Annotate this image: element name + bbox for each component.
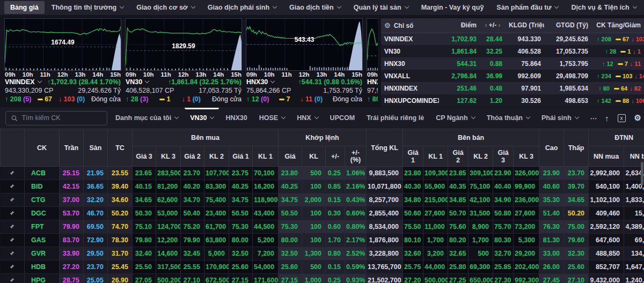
pin-icon[interactable]: [1, 180, 25, 193]
stock-search[interactable]: [5, 111, 107, 125]
pin-icon[interactable]: [1, 167, 25, 180]
column-header-bid-vol3[interactable]: KL 3: [156, 146, 181, 167]
ticker-cell[interactable]: GAS: [25, 234, 60, 247]
price-row-BID[interactable]: BID42.1536.6539.4040.1581,20040.2083,300…: [1, 180, 644, 193]
index-chart[interactable]: [367, 18, 378, 71]
board-tab-1[interactable]: VN30: [190, 114, 214, 122]
price-row-HPG[interactable]: HPG28.7525.0526.9027.05500,20027.10672,5…: [1, 274, 644, 283]
column-header-ask-price3[interactable]: Giá 3: [493, 146, 514, 167]
next-column-icon[interactable]: ›: [499, 21, 501, 29]
index-row-vn30[interactable]: VN301,861.8432.25406.52817,053.735↑ 281↓…: [381, 45, 644, 57]
price-row-ACB[interactable]: ACB25.1521.9523.5523.65283,50023.70107,7…: [1, 167, 644, 180]
ticker-cell[interactable]: HDB: [25, 260, 60, 274]
index-name[interactable]: HNX30: [246, 78, 274, 86]
nav-item-2[interactable]: Giao dịch cơ sở: [130, 1, 201, 14]
upload-icon[interactable]: ↑: [605, 114, 609, 123]
index-chart[interactable]: 543.43: [246, 18, 363, 71]
column-header-ask-price1[interactable]: Giá 1: [403, 146, 423, 167]
board-tab-5[interactable]: UPCOM: [330, 114, 355, 122]
index-name[interactable]: VNINDEX: [5, 78, 41, 86]
ticker-cell[interactable]: ACB: [25, 167, 60, 180]
index-info-line3: ↑ 12 (0)7↓ 11 (0)Đóng cửa: [246, 95, 363, 103]
index-row-vnxall[interactable]: VNXALL2,796.8436.99992.60929,498.709↑ 23…: [381, 70, 644, 82]
column-header-ask-vol2[interactable]: KL 2: [469, 146, 493, 167]
index-chart[interactable]: 1829.59: [125, 18, 242, 71]
ticker-cell[interactable]: BID: [25, 180, 60, 193]
board-tab-8[interactable]: Thỏa thuận: [487, 114, 530, 122]
ticker-cell[interactable]: DGC: [25, 207, 60, 220]
price-row-GVR[interactable]: GVR33.9029.5031.7032.4014,60032.455,0003…: [1, 247, 644, 260]
index-name[interactable]: HNXINDEX: [367, 78, 378, 86]
pin-icon[interactable]: [1, 234, 25, 247]
nav-item-7[interactable]: Sản phẩm đầu tư: [491, 1, 564, 14]
price-row-FPT[interactable]: FPT79.9069.5074.7075.10124,70075.2061,70…: [1, 220, 644, 234]
column-header-bid-price1[interactable]: Giá 1: [229, 146, 253, 167]
ticker-cell[interactable]: CTG: [25, 193, 60, 207]
board-tab-9[interactable]: Phái sinh: [541, 114, 579, 122]
ticker-cell[interactable]: HPG: [25, 274, 60, 283]
settings-icon[interactable]: ⚙: [384, 21, 391, 29]
pin-icon[interactable]: [1, 193, 25, 207]
time-tick: 13h: [317, 71, 327, 78]
index-row-vnindex[interactable]: VNINDEX1,702.9328.44943.33029,245.626↑ 2…: [381, 33, 644, 45]
nav-item-6[interactable]: Margin - Vay ký quỹ: [415, 1, 490, 14]
pin-icon[interactable]: [1, 274, 25, 283]
column-header-foreign-buy[interactable]: NN mua: [589, 146, 624, 167]
price-row-HDB[interactable]: HDB27.2023.7025.4525.50317,50025.55170,9…: [1, 260, 644, 274]
column-header-bid-price3[interactable]: Giá 3: [133, 146, 156, 167]
nav-item-1[interactable]: Thông tin thị trường: [46, 1, 129, 14]
index-row-name: VNINDEX: [381, 33, 439, 45]
column-header-tc[interactable]: TC: [108, 129, 133, 167]
column-header-bid-vol2[interactable]: KL 2: [204, 146, 229, 167]
index-row-hnxupcomindex[interactable]: HNXUPCOMINDEX127.621.2030.526498.653↑ 14…: [381, 94, 644, 107]
column-header-san[interactable]: Sàn: [84, 129, 108, 167]
column-header-high[interactable]: Cao: [539, 129, 564, 167]
column-header-bid-price2[interactable]: Giá 2: [181, 146, 204, 167]
board-tab-6[interactable]: Trái phiếu riêng lẻ: [367, 114, 424, 122]
pin-icon[interactable]: [1, 207, 25, 220]
column-header-ask-vol3[interactable]: KL 3: [514, 146, 539, 167]
price-row-DGC[interactable]: DGC53.7046.7050.2050.3053,00050.4023,400…: [1, 207, 644, 220]
board-tab-0[interactable]: Danh mục của tôi: [115, 114, 178, 122]
ticker-cell[interactable]: FPT: [25, 220, 60, 234]
board-tab-7[interactable]: CP Ngành: [436, 114, 475, 122]
low-price: 75.00: [564, 220, 589, 234]
board-tab-3[interactable]: HOSE: [259, 114, 285, 122]
ticker-cell[interactable]: GVR: [25, 247, 60, 260]
index-row-hnxindex[interactable]: HNXINDEX251.460.4897.9011,985.634↑ 8064↓…: [381, 82, 644, 94]
nav-item-4[interactable]: Giao dịch tiền: [283, 1, 347, 14]
pin-icon[interactable]: [1, 260, 25, 274]
column-header-ask-price2[interactable]: Giá 2: [448, 146, 469, 167]
price-row-CTG[interactable]: CTG37.0032.2034.6034.6562,60034.7075,400…: [1, 193, 644, 207]
column-header-ck[interactable]: CK: [25, 129, 60, 167]
index-row-hnx30[interactable]: HNX30544.310.8875.8641,753.795↑ 127↓ 11: [381, 57, 644, 70]
gear-icon[interactable]: ⚙: [634, 113, 641, 123]
nav-item-0[interactable]: Bảng giá: [4, 1, 45, 14]
pin-icon[interactable]: [1, 220, 25, 234]
column-header-bid-vol1[interactable]: KL 1: [253, 146, 279, 167]
board-tab-2[interactable]: HNX30: [225, 114, 247, 122]
column-header-low[interactable]: Thấp: [564, 129, 589, 167]
price-row-GAS[interactable]: GAS83.7072.9078.3079.8012,20079.9063,800…: [1, 234, 644, 247]
excel-export-icon[interactable]: x: [618, 114, 626, 122]
column-header-tran[interactable]: Trần: [60, 129, 84, 167]
nav-item-5[interactable]: Quản lý tài sản: [348, 1, 414, 14]
column-header-change[interactable]: +/-: [326, 146, 345, 167]
board-tab-10[interactable]: ⋯: [590, 114, 597, 122]
foreign-sell: 69,500: [624, 234, 644, 247]
board-tab-4[interactable]: HNX: [297, 114, 318, 122]
index-share-volume: 943,330,209 CP: [5, 87, 53, 94]
nav-item-8[interactable]: Dịch vụ & Tiện ích: [565, 1, 642, 14]
column-header-ask-vol1[interactable]: KL 1: [423, 146, 448, 167]
search-input[interactable]: [21, 114, 101, 122]
column-header-total-volume[interactable]: Tổng KL: [367, 129, 403, 167]
column-header-change-pct[interactable]: +/- (%): [345, 146, 367, 167]
vertical-scrollbar[interactable]: [641, 162, 643, 185]
pin-icon[interactable]: [1, 247, 25, 260]
index-name[interactable]: VN30: [126, 78, 149, 86]
column-header-match-price[interactable]: Giá: [279, 146, 302, 167]
column-header-match-vol[interactable]: KL: [302, 146, 326, 167]
nav-item-3[interactable]: Giao dịch phái sinh: [202, 1, 282, 14]
prev-column-icon[interactable]: ‹: [485, 21, 487, 29]
index-chart[interactable]: 1674.49: [4, 18, 121, 71]
